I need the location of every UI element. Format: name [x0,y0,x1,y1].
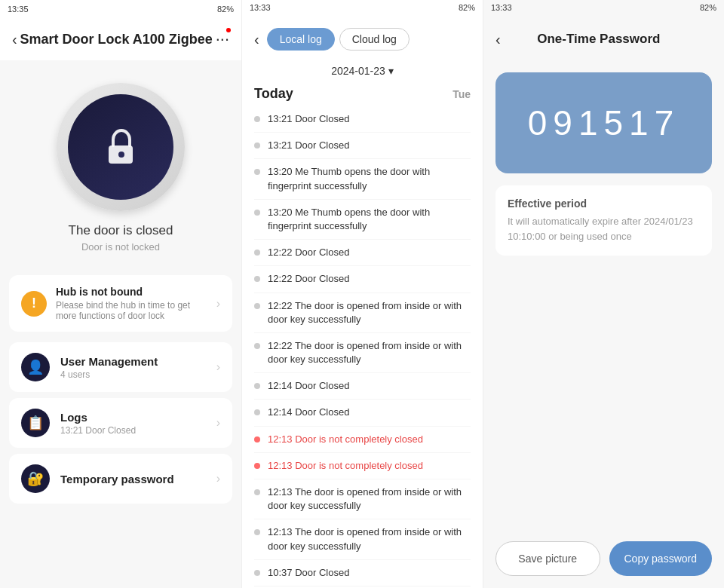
today-label: Today [254,86,293,102]
log-dot [254,383,260,389]
alert-title: Hub is not bound [56,286,207,298]
log-text: 12:14 Door Closed [268,406,349,419]
tab-local-log[interactable]: Local log [267,28,335,51]
day-label: Tue [452,88,471,102]
otp-code: 091517 [511,103,697,143]
status-bar-p1: 13:35 82% [0,0,241,18]
log-text: 10:37 Door Closed [268,566,349,580]
save-picture-button[interactable]: Save picture [495,541,600,576]
temp-password-icon: 🔐 [21,464,50,493]
panel-logs: 13:33 82% ‹ Local log Cloud log 2024-01-… [241,0,483,588]
log-entry: 10:37 Door Closed [254,560,471,586]
log-entry: 13:20 Me Thumb opens the door with finge… [254,200,471,240]
logs-sub: 13:21 Door Closed [60,425,206,436]
log-text: 13:21 Door Closed [268,139,349,152]
battery-p1: 82% [217,5,234,14]
date-selector[interactable]: 2024-01-23 ▾ [242,60,483,81]
time-p3: 13:33 [491,3,512,15]
effective-period-title: Effective period [508,198,700,210]
notification-dot [226,28,231,32]
log-entry: 13:21 Door Closed [254,106,471,133]
log-text: 12:13 The door is opened from inside or … [268,525,471,553]
log-day-header: Today Tue [242,81,483,106]
log-entry: 12:22 Door Closed [254,240,471,266]
alert-text: Hub is not bound Please bind the hub in … [56,286,207,321]
log-dot [254,570,260,576]
lock-sub-status: Door is not locked [81,241,160,253]
logs-title: Logs [60,411,206,424]
svg-point-1 [118,152,124,158]
back-button-p1[interactable]: ‹ [12,31,17,48]
log-text: 12:22 Door Closed [268,246,349,259]
log-entry: 12:13 Door is not completely closed [254,427,471,453]
lock-status: The door is closed [69,223,173,238]
status-bar-p3: 13:33 82% [483,0,724,18]
header-p2: ‹ Local log Cloud log [242,18,483,60]
logs-text: Logs 13:21 Door Closed [60,411,206,436]
log-entry: 12:22 The door is opened from inside or … [254,333,471,373]
log-text: 12:13 The door is opened from inside or … [268,485,471,513]
time-p1: 13:35 [8,5,29,14]
date-value: 2024-01-23 [331,65,385,77]
user-management-title: User Management [60,355,206,368]
chevron-right-icon: › [216,472,220,485]
log-entry: 13:20 Me Thumb opens the door with finge… [254,159,471,199]
back-button-p2[interactable]: ‹ [254,31,259,48]
lock-outer-ring [57,83,185,211]
log-text: 12:22 Door Closed [268,272,349,286]
copy-password-button[interactable]: Copy password [609,541,713,576]
more-button-p1[interactable]: ··· [216,29,229,49]
log-text: 13:20 Me Thumb opens the door with finge… [268,206,471,233]
back-button-p3[interactable]: ‹ [495,31,501,48]
log-dot [254,210,260,216]
battery-p2: 82% [459,3,475,15]
log-dot [254,169,260,175]
log-entry: 13:21 Door Closed [254,133,471,159]
lock-visual: The door is closed Door is not locked [0,60,241,268]
page-title-p1: Smart Door Lock A100 Zigbee [17,32,216,47]
log-entry: 12:13 The door is opened from inside or … [254,519,471,559]
log-dot [254,529,260,535]
chevron-right-icon: › [216,416,220,430]
log-text: 12:22 The door is opened from inside or … [268,339,471,366]
log-text: 12:13 Door is not completely closed [268,459,423,473]
log-text: 12:22 The door is opened from inside or … [268,299,471,326]
status-bar-p2: 13:33 82% [242,0,483,18]
tab-cloud-log[interactable]: Cloud log [339,28,410,51]
user-management-text: User Management 4 users [60,355,206,380]
log-dot [254,250,260,256]
menu-item-user-management[interactable]: 👤 User Management 4 users › [9,342,232,392]
log-text: 12:14 Door Closed [268,379,349,393]
log-dot [254,489,260,495]
user-management-sub: 4 users [60,369,206,380]
alert-desc: Please bind the hub in time to get more … [56,300,207,321]
log-entry: 12:14 Door Closed [254,400,471,426]
log-dot [254,276,260,282]
chevron-right-icon: › [216,360,220,374]
log-entry: 12:14 Door Closed [254,373,471,400]
log-text: 13:20 Me Thumb opens the door with finge… [268,165,471,192]
panel-smart-lock: 13:35 82% ‹ Smart Door Lock A100 Zigbee … [0,0,241,588]
otp-actions: Save picture Copy password [483,529,724,588]
header-p1: ‹ Smart Door Lock A100 Zigbee ··· [0,18,241,60]
log-tabs: Local log Cloud log [267,28,410,51]
hub-alert-card[interactable]: ! Hub is not bound Please bind the hub i… [9,275,232,332]
effective-period-desc: It will automatically expire after 2024/… [508,214,700,243]
log-dot [254,409,260,415]
battery-p3: 82% [700,3,716,15]
otp-page-title: One-Time Password [501,32,697,47]
log-text: 12:13 Door is not completely closed [268,433,423,446]
log-dot [254,436,260,443]
lock-icon [98,124,143,170]
log-dot [254,303,260,309]
panel-otp: 13:33 82% ‹ One-Time Password 091517 Eff… [483,0,724,588]
log-entry: 12:22 Door Closed [254,266,471,292]
menu-item-temp-password[interactable]: 🔐 Temporary password › [9,454,232,504]
effective-period-section: Effective period It will automatically e… [495,185,712,256]
log-entry: 12:13 Door is not completely closed [254,453,471,479]
otp-display: 091517 [495,72,712,173]
menu-item-logs[interactable]: 📋 Logs 13:21 Door Closed › [9,398,232,448]
lock-inner-circle [68,94,173,200]
log-entry: 12:13 The door is opened from inside or … [254,479,471,519]
temp-password-title: Temporary password [60,473,206,485]
